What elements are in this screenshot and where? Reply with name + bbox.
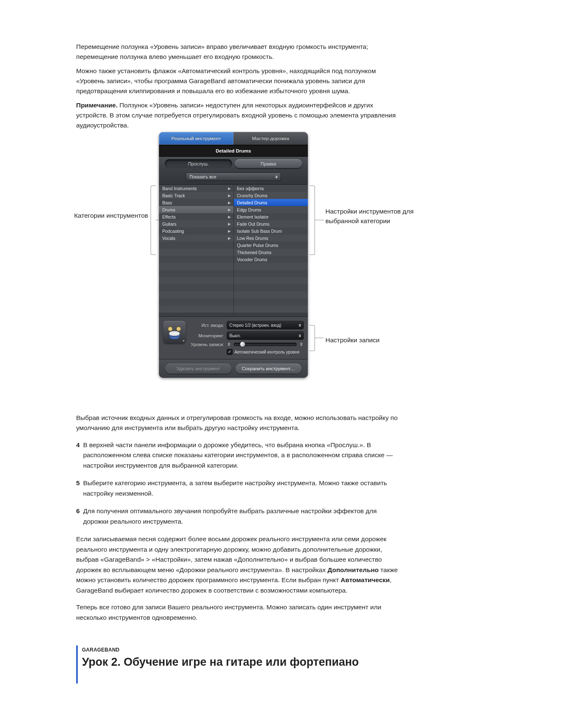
body-para-1: Выбрав источник входных данных и отрегул… xyxy=(76,413,398,433)
category-item[interactable]: Effects▶ xyxy=(159,213,233,220)
category-item[interactable]: Band Instruments▶ xyxy=(159,185,233,192)
category-item-label: Podcasting xyxy=(162,229,184,234)
auto-level-checkbox[interactable]: ✓ xyxy=(227,349,233,355)
label-input-source: Ист. ввода: xyxy=(191,323,224,328)
list-row-empty xyxy=(234,270,308,277)
list-row-empty xyxy=(159,305,233,313)
list-row-empty xyxy=(159,249,233,256)
list-row-empty xyxy=(234,298,308,305)
filter-dropdown[interactable]: Показать все xyxy=(186,173,281,181)
stepper-icon xyxy=(298,332,302,339)
lesson-title: Урок 2. Обучение игре на гитаре или форт… xyxy=(82,655,400,669)
preset-item[interactable]: Edgy Drums xyxy=(234,206,308,213)
chevron-right-icon: ▶ xyxy=(228,208,231,212)
svg-point-3 xyxy=(168,327,172,331)
preset-item-label: Quarter Pulse Drums xyxy=(237,243,279,248)
category-item[interactable]: Podcasting▶ xyxy=(159,227,233,234)
preset-item[interactable]: Element Isolator xyxy=(234,213,308,220)
step-4: 4 В верхней части панели информации о до… xyxy=(76,440,398,471)
drumkit-icon xyxy=(166,324,183,341)
preset-item[interactable]: Isolate Sub Bass Drum xyxy=(234,227,308,234)
preset-item[interactable]: Без эффекта xyxy=(234,185,308,192)
bracket-presets xyxy=(310,186,315,255)
preset-item[interactable]: Vocoder Drums xyxy=(234,256,308,263)
preset-item-label: Edgy Drums xyxy=(237,207,261,212)
chevron-right-icon: ▶ xyxy=(228,229,231,233)
chevron-down-icon: ▾ xyxy=(183,339,184,343)
category-item-label: Drums xyxy=(162,207,175,212)
preset-item-label: Fade Out Drums xyxy=(237,221,270,227)
preset-item-label: Vocoder Drums xyxy=(237,257,267,262)
category-item[interactable]: Vocals▶ xyxy=(159,234,233,242)
svg-point-4 xyxy=(177,327,181,331)
preset-title: Detailed Drums xyxy=(159,145,308,157)
recording-settings: ▾ Ист. ввода: Стерео 1/2 (встроен. вход)… xyxy=(159,316,308,359)
slider-track[interactable] xyxy=(234,343,297,346)
category-item[interactable]: Drums▶ xyxy=(159,206,233,213)
chevron-right-icon: ▶ xyxy=(228,215,231,219)
label-record-level: Уровень записи: xyxy=(191,342,224,347)
mic-low-icon: 🎙 xyxy=(227,342,231,347)
select-input-source[interactable]: Стерео 1/2 (встроен. вход) xyxy=(227,321,304,329)
preset-item[interactable]: Crunchy Drums xyxy=(234,192,308,199)
category-item[interactable]: Bass▶ xyxy=(159,199,233,206)
track-info-panel: Реальный инструмент Мастер-дорожка Detai… xyxy=(159,132,308,378)
category-item[interactable]: Guitars▶ xyxy=(159,220,233,227)
category-item-label: Effects xyxy=(162,214,176,219)
tab-browse[interactable]: Прослуш. xyxy=(165,159,232,168)
stepper-icon xyxy=(298,321,302,329)
category-item-label: Guitars xyxy=(162,221,177,227)
category-item[interactable]: Basic Track▶ xyxy=(159,192,233,199)
bracket-settings xyxy=(310,325,315,351)
chevron-right-icon: ▶ xyxy=(228,186,231,191)
preset-item-label: Isolate Sub Bass Drum xyxy=(237,229,282,234)
tab-master-track[interactable]: Мастер-дорожка xyxy=(233,132,308,145)
preset-item[interactable]: Thickened Drums xyxy=(234,249,308,256)
list-row-empty xyxy=(159,270,233,277)
list-row-empty xyxy=(159,242,233,249)
list-row-empty xyxy=(159,291,233,298)
delete-instrument-button[interactable]: Удалить инструмент xyxy=(165,364,231,374)
preset-item-label: Low Res Drums xyxy=(237,236,269,241)
preset-item-label: Crunchy Drums xyxy=(237,193,268,198)
lead-categories xyxy=(156,220,159,220)
preset-item[interactable]: Detailed Drums xyxy=(234,199,308,206)
list-row-empty xyxy=(159,298,233,305)
callout-presets: Настройки инструментов для выбранной кат… xyxy=(325,206,426,226)
chevron-right-icon: ▶ xyxy=(228,201,231,205)
lesson-rule xyxy=(76,645,78,684)
preset-item[interactable]: Fade Out Drums xyxy=(234,220,308,227)
select-monitor[interactable]: Выкл. xyxy=(227,331,304,340)
category-item-label: Basic Track xyxy=(162,193,185,198)
category-item-label: Band Instruments xyxy=(162,186,197,191)
save-instrument-button[interactable]: Сохранить инструмент… xyxy=(235,364,302,374)
bracket-categories xyxy=(151,186,156,255)
intro-note: Примечание. Ползунок «Уровень записи» не… xyxy=(76,100,402,130)
step-6: 6 Для получения оптимального звучания по… xyxy=(76,506,398,527)
auto-level-label: Автоматический контроль уровня xyxy=(235,350,299,354)
category-item-label: Bass xyxy=(162,200,172,205)
body-para-2: Если записываемая песня содержит более в… xyxy=(76,534,398,596)
label-monitor: Мониторинг: xyxy=(191,333,224,338)
preset-item-label: Detailed Drums xyxy=(237,200,267,205)
stepper-icon xyxy=(274,173,279,181)
tab-real-instrument[interactable]: Реальный инструмент xyxy=(159,132,233,145)
tab-edit[interactable]: Правка xyxy=(235,159,302,168)
category-list[interactable]: Band Instruments▶Basic Track▶Bass▶Drums▶… xyxy=(159,185,233,316)
list-row-empty xyxy=(234,305,308,313)
list-row-empty xyxy=(234,291,308,298)
preset-item-label: Thickened Drums xyxy=(237,250,271,255)
preset-list[interactable]: Без эффектаCrunchy DrumsDetailed DrumsEd… xyxy=(233,185,308,316)
record-level-slider[interactable]: 🎙 🎙 xyxy=(227,342,304,347)
slider-thumb[interactable] xyxy=(240,342,245,347)
list-row-empty xyxy=(234,277,308,284)
intro-para-2: Можно также установить флажок «Автоматич… xyxy=(76,66,402,96)
preset-item[interactable]: Low Res Drums xyxy=(234,234,308,242)
preset-item[interactable]: Quarter Pulse Drums xyxy=(234,242,308,249)
instrument-icon[interactable]: ▾ xyxy=(163,321,186,344)
intro-para-1: Перемещение ползунка «Уровень записи» вп… xyxy=(76,42,402,62)
svg-point-2 xyxy=(169,331,180,336)
callout-settings: Настройки записи xyxy=(325,335,409,345)
lesson-eyebrow: GARAGEBAND xyxy=(82,647,400,653)
chevron-right-icon: ▶ xyxy=(228,193,231,198)
